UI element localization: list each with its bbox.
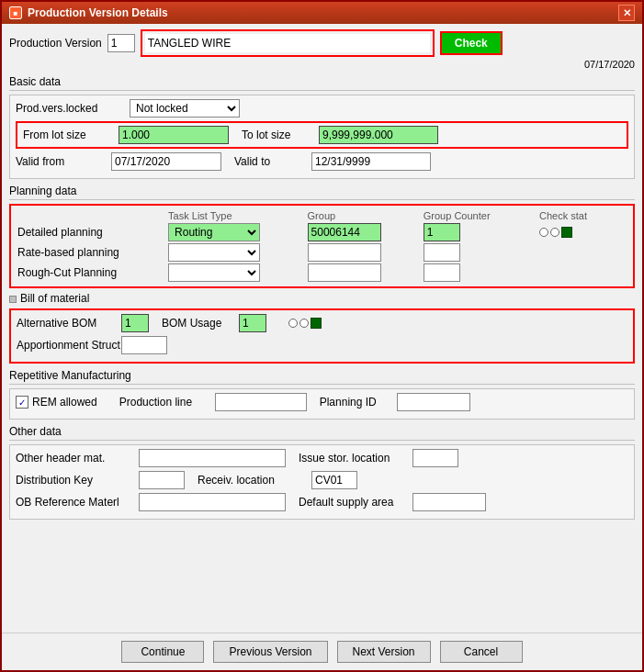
default-supply-area-field[interactable] (412, 493, 486, 511)
rough-cut-row: Rough-Cut Planning (15, 263, 629, 283)
basic-data-section: Prod.vers.locked Not locked From lot siz… (9, 95, 635, 179)
rate-based-select[interactable] (168, 243, 260, 262)
bom-circle-2 (299, 319, 309, 328)
valid-to-label: Valid to (234, 155, 308, 168)
title-bar-left: ■ Production Version Details (9, 6, 168, 19)
bom-usage-field[interactable] (239, 314, 266, 332)
col-task-list-type: Task List Type (165, 209, 304, 222)
previous-version-button[interactable]: Previous Version (213, 641, 327, 663)
issue-stor-location-label: Issue stor. location (299, 452, 409, 465)
bom-header-row: Bill of material (9, 292, 635, 307)
rate-based-counter-field[interactable] (424, 243, 460, 262)
ob-reference-field[interactable] (139, 493, 286, 511)
prod-vers-locked-select[interactable]: Not locked (130, 99, 240, 118)
col-check-stat: Check stat (537, 209, 629, 222)
prod-version-name-field[interactable] (145, 34, 430, 52)
detailed-check-stat (539, 227, 627, 238)
col-group: Group (305, 209, 421, 222)
bom-section-header: Bill of material (20, 292, 89, 307)
prod-version-number-field[interactable] (107, 34, 135, 52)
header-date: 07/17/2020 (9, 59, 635, 70)
production-line-label: Production line (119, 396, 211, 409)
close-button[interactable]: ✕ (618, 5, 635, 21)
next-version-button[interactable]: Next Version (337, 641, 431, 663)
detailed-planning-row: Detailed planning Routing (15, 222, 629, 242)
valid-from-label: Valid from (16, 155, 107, 168)
ob-reference-row: OB Reference Materl Default supply area (16, 493, 628, 511)
repetitive-mfg-header: Repetitive Manufacturing (9, 369, 635, 385)
other-data-section: Other header mat. Issue stor. location D… (9, 444, 635, 520)
bom-toggle-icon[interactable] (9, 296, 17, 303)
repetitive-mfg-section: ✓ REM allowed Production line Planning I… (9, 388, 635, 420)
planning-id-field[interactable] (397, 393, 470, 411)
col-group-counter: Group Counter (421, 209, 537, 222)
rate-based-label: Rate-based planning (17, 246, 119, 259)
ob-reference-label: OB Reference Materl (16, 496, 135, 509)
apportionment-label: Apportionment Struct (17, 339, 118, 352)
square-green (561, 227, 572, 238)
other-data-header: Other data (9, 425, 635, 441)
alternative-bom-field[interactable] (121, 314, 149, 332)
rough-cut-counter-field[interactable] (424, 263, 460, 282)
planning-table: Task List Type Group Group Counter Check… (15, 209, 629, 283)
detailed-planning-label: Detailed planning (17, 226, 103, 239)
apportionment-row: Apportionment Struct (17, 336, 627, 354)
planning-id-label: Planning ID (320, 396, 393, 409)
production-line-field[interactable] (215, 393, 307, 411)
bom-outlined: Alternative BOM BOM Usage Apportionment … (9, 308, 635, 364)
bom-check-stat (288, 318, 322, 329)
prod-vers-locked-row: Prod.vers.locked Not locked (16, 99, 628, 118)
planning-data-outlined: Task List Type Group Group Counter Check… (9, 204, 635, 288)
rem-label: REM allowed (32, 396, 97, 409)
rough-cut-select[interactable] (168, 263, 260, 282)
default-supply-area-label: Default supply area (299, 496, 409, 509)
bom-usage-label: BOM Usage (162, 317, 235, 330)
basic-data-section-header: Basic data (9, 75, 635, 91)
col-empty (15, 209, 165, 222)
continue-button[interactable]: Continue (121, 641, 204, 663)
rate-based-row: Rate-based planning (15, 242, 629, 263)
distribution-key-field[interactable] (139, 471, 185, 489)
window-icon: ■ (9, 6, 22, 19)
rem-row: ✓ REM allowed Production line Planning I… (16, 393, 628, 411)
window-title: Production Version Details (28, 6, 168, 19)
prod-vers-locked-label: Prod.vers.locked (16, 102, 126, 115)
other-header-mat-field[interactable] (139, 449, 286, 467)
valid-to-field[interactable] (311, 152, 431, 171)
other-header-mat-row: Other header mat. Issue stor. location (16, 449, 628, 467)
detailed-group-field[interactable] (308, 223, 381, 241)
lot-size-row-outlined: From lot size To lot size (16, 121, 628, 149)
from-lot-size-field[interactable] (119, 126, 229, 144)
prod-version-label: Production Version (9, 37, 102, 50)
bom-circle-1 (288, 319, 298, 328)
detailed-task-type-select[interactable]: Routing (168, 223, 260, 241)
to-lot-size-label: To lot size (242, 129, 315, 141)
rough-cut-group-field[interactable] (308, 263, 381, 282)
receiv-location-field[interactable] (311, 471, 357, 489)
issue-stor-location-field[interactable] (412, 449, 458, 467)
circle-empty-2 (550, 228, 559, 237)
valid-from-field[interactable] (111, 152, 221, 171)
rough-cut-label: Rough-Cut Planning (17, 266, 117, 279)
detailed-group-counter-field[interactable] (424, 223, 460, 241)
rate-based-group-field[interactable] (308, 243, 381, 262)
from-lot-size-label: From lot size (23, 129, 115, 141)
rem-checkbox[interactable]: ✓ (16, 396, 28, 409)
bom-circles (288, 318, 322, 329)
rem-checkbox-row: ✓ REM allowed (16, 396, 97, 409)
planning-data-section-header: Planning data (9, 185, 635, 200)
circle-empty-1 (539, 228, 548, 237)
title-bar: ■ Production Version Details ✕ (2, 2, 642, 24)
cancel-button[interactable]: Cancel (440, 641, 523, 663)
valid-dates-row: Valid from Valid to (16, 152, 628, 171)
production-version-row: Production Version Check (9, 29, 635, 57)
prod-version-name-outlined (141, 29, 435, 57)
content-area: Production Version Check 07/17/2020 Basi… (2, 24, 642, 633)
bom-square-green (311, 318, 322, 329)
alternative-bom-row: Alternative BOM BOM Usage (17, 314, 627, 332)
check-button[interactable]: Check (440, 31, 503, 55)
apportionment-field[interactable] (121, 336, 167, 354)
to-lot-size-field[interactable] (319, 126, 438, 144)
other-header-mat-label: Other header mat. (16, 452, 135, 465)
receiv-location-label: Receiv. location (198, 474, 308, 487)
